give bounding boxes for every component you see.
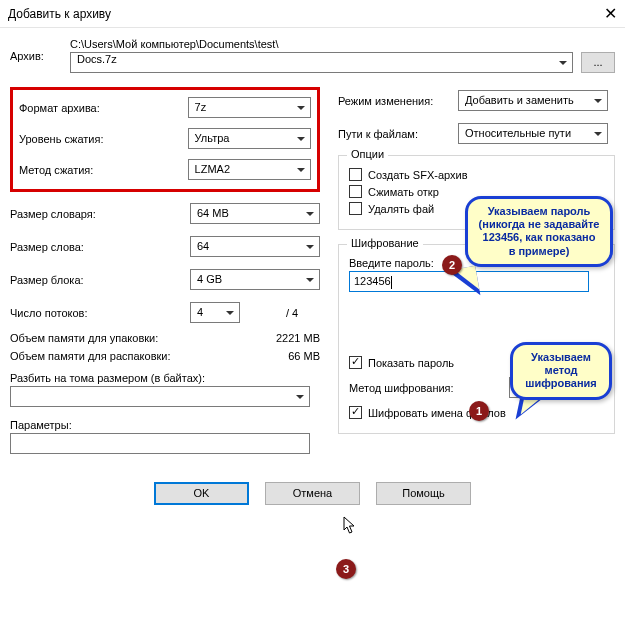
dict-label: Размер словаря: [10, 208, 190, 220]
word-select[interactable]: 64 [190, 236, 320, 257]
mem-pack-value: 2221 MB [276, 332, 320, 344]
password-value: 123456 [354, 275, 391, 287]
show-password-label: Показать пароль [368, 357, 454, 369]
sfx-checkbox-row[interactable]: Создать SFX-архив [349, 168, 604, 181]
level-select[interactable]: Ультра [188, 128, 311, 149]
enc-method-label: Метод шифрования: [349, 382, 503, 394]
marker-3: 3 [336, 559, 356, 579]
delete-checkbox-row[interactable]: Удалять фай [349, 202, 441, 215]
chevron-down-icon [556, 56, 569, 69]
archive-path-block: C:\Users\Мой компьютер\Documents\test\ D… [70, 38, 615, 73]
streams-label: Число потоков: [10, 307, 190, 319]
cursor-icon [343, 516, 357, 536]
callout-password: Указываем пароль (никогда не задавайте 1… [465, 196, 613, 267]
callout-method: Указываем метод шифрования [510, 342, 612, 400]
method-select[interactable]: LZMA2 [188, 159, 311, 180]
streams-select[interactable]: 4 [190, 302, 240, 323]
content: Архив: C:\Users\Мой компьютер\Documents\… [0, 28, 625, 513]
method-value: LZMA2 [195, 163, 230, 175]
chevron-down-icon [293, 390, 306, 403]
word-value: 64 [197, 240, 209, 252]
shared-label: Сжимать откр [368, 186, 439, 198]
split-combo[interactable] [10, 386, 310, 407]
split-label: Разбить на тома размером (в байтах): [10, 372, 320, 384]
archive-path: C:\Users\Мой компьютер\Documents\test\ [70, 38, 615, 50]
level-label: Уровень сжатия: [19, 133, 188, 145]
mode-label: Режим изменения: [338, 95, 458, 107]
shared-checkbox-row[interactable]: Сжимать откр [349, 185, 441, 198]
archive-name-value: Docs.7z [77, 53, 117, 65]
window-title: Добавить к архиву [8, 7, 111, 21]
marker-1: 1 [469, 401, 489, 421]
browse-button[interactable]: ... [581, 52, 615, 73]
format-label: Формат архива: [19, 102, 188, 114]
cancel-button[interactable]: Отмена [265, 482, 360, 505]
highlight-box: Формат архива: 7z Уровень сжатия: Ультра… [10, 87, 320, 192]
chevron-down-icon [591, 127, 604, 140]
chevron-down-icon [294, 101, 307, 114]
level-value: Ультра [195, 132, 230, 144]
sfx-label: Создать SFX-архив [368, 169, 468, 181]
chevron-down-icon [303, 240, 316, 253]
sfx-checkbox[interactable] [349, 168, 362, 181]
word-label: Размер слова: [10, 241, 190, 253]
mode-select[interactable]: Добавить и заменить [458, 90, 608, 111]
chevron-down-icon [294, 163, 307, 176]
params-label: Параметры: [10, 419, 320, 431]
encryption-legend: Шифрование [347, 237, 423, 249]
delete-checkbox[interactable] [349, 202, 362, 215]
mem-unpack-label: Объем памяти для распаковки: [10, 350, 171, 362]
chevron-down-icon [303, 207, 316, 220]
method-label: Метод сжатия: [19, 164, 188, 176]
archive-label: Архив: [10, 50, 70, 62]
params-input[interactable] [10, 433, 310, 454]
block-select[interactable]: 4 GB [190, 269, 320, 290]
delete-label: Удалять фай [368, 203, 434, 215]
chevron-down-icon [591, 94, 604, 107]
paths-label: Пути к файлам: [338, 128, 458, 140]
chevron-down-icon [294, 132, 307, 145]
streams-value: 4 [197, 306, 203, 318]
paths-select[interactable]: Относительные пути [458, 123, 608, 144]
marker-2: 2 [442, 255, 462, 275]
block-value: 4 GB [197, 273, 222, 285]
dict-value: 64 MB [197, 207, 229, 219]
shared-checkbox[interactable] [349, 185, 362, 198]
enc-names-checkbox[interactable] [349, 406, 362, 419]
show-password-checkbox[interactable] [349, 356, 362, 369]
chevron-down-icon [303, 273, 316, 286]
button-bar: OK Отмена Помощь [10, 482, 615, 505]
dict-select[interactable]: 64 MB [190, 203, 320, 224]
paths-value: Относительные пути [465, 127, 571, 139]
format-select[interactable]: 7z [188, 97, 311, 118]
text-caret [391, 276, 392, 289]
close-button[interactable]: ✕ [577, 6, 617, 22]
options-legend: Опции [347, 148, 388, 160]
titlebar: Добавить к архиву ✕ [0, 0, 625, 28]
help-button[interactable]: Помощь [376, 482, 471, 505]
mem-pack-label: Объем памяти для упаковки: [10, 332, 158, 344]
archive-name-combo[interactable]: Docs.7z [70, 52, 573, 73]
mem-unpack-value: 66 MB [288, 350, 320, 362]
streams-total: / 4 [286, 307, 298, 319]
ok-button[interactable]: OK [154, 482, 249, 505]
format-value: 7z [195, 101, 207, 113]
block-label: Размер блока: [10, 274, 190, 286]
left-column: Формат архива: 7z Уровень сжатия: Ультра… [10, 87, 320, 454]
archive-row: Архив: C:\Users\Мой компьютер\Documents\… [10, 38, 615, 73]
chevron-down-icon [223, 306, 236, 319]
mode-value: Добавить и заменить [465, 94, 574, 106]
